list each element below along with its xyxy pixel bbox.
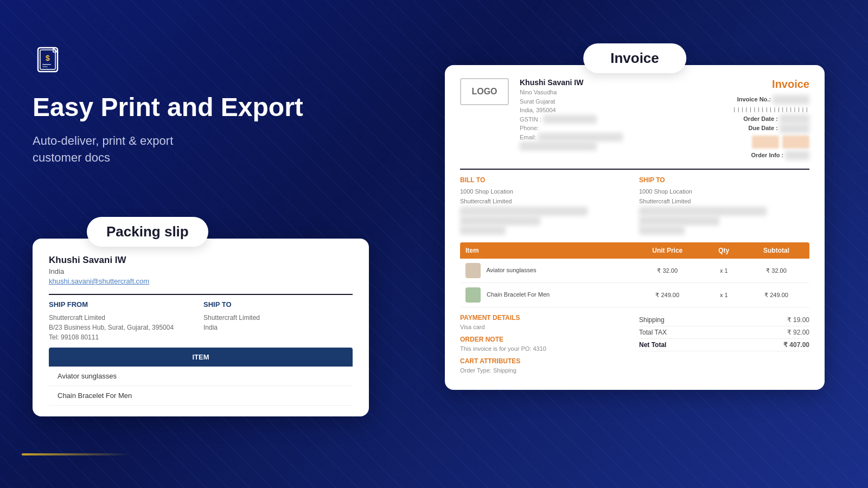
inv-email-value[interactable]: khushi.savani@shuttercraft.com <box>538 134 623 140</box>
table-row: Chain Bracelet For Men ₹ 249.00 x 1 ₹ 24… <box>460 283 809 307</box>
ship-line4: khushi.savani@shuttercraft.co <box>639 216 809 226</box>
total-tax-label: Total TAX <box>639 329 667 336</box>
inv-gstin: GSTIN : 24AAACS1234F1Z5 <box>520 115 662 124</box>
ps-ship-to-line1: Shuttercraft Limited <box>203 313 353 323</box>
item-1-subtotal: ₹ 32.00 <box>743 259 809 283</box>
invoice-company-info: Khushi Savani IW Nino Vasudha Surat Guja… <box>520 78 662 151</box>
bill-line5: Tel: 99108 80111 <box>460 226 630 235</box>
ps-ship-to-title: SHIP TO <box>203 300 353 309</box>
net-total-row: Net Total ₹ 407.00 <box>639 339 809 351</box>
hero-title: Easy Print and Export <box>33 92 347 122</box>
svg-text:$: $ <box>46 54 50 62</box>
ship-line1: 1000 Shop Location <box>639 187 809 197</box>
svg-rect-3 <box>42 64 51 65</box>
shipping-row: Shipping ₹ 19.00 <box>639 314 809 326</box>
ps-item-1: Aviator sunglasses <box>49 367 353 386</box>
inv-phone-label: Phone: <box>520 125 539 131</box>
inv-gstin-label: GSTIN : <box>520 116 541 123</box>
total-tax-value: ₹ 92.00 <box>787 329 809 336</box>
item-1-label: Aviator sunglasses <box>486 267 536 273</box>
inv-thumb-boxes <box>667 136 809 149</box>
item-2-subtotal: ₹ 249.00 <box>743 283 809 307</box>
inv-company-name: Khushi Savani IW <box>520 78 662 87</box>
inv-due-date: Due Date : 08/08/2024 <box>667 124 809 133</box>
invoice-totals: Shipping ₹ 19.00 Total TAX ₹ 92.00 Net T… <box>639 314 809 379</box>
ps-ship-from-line1: Shuttercraft Limited <box>49 313 198 323</box>
bill-line2: Shuttercraft Limited <box>460 197 630 207</box>
ps-ship-from: SHIP FROM Shuttercraft Limited B/23 Busi… <box>49 300 198 342</box>
item-1-name: Aviator sunglasses <box>460 259 630 283</box>
inv-email: Email: khushi.savani@shuttercraft.com <box>520 133 662 142</box>
packing-slip-label: Packing slip <box>87 217 208 247</box>
bill-ship-section: BILL TO 1000 Shop Location Shuttercraft … <box>460 176 809 235</box>
inv-line2: Surat Gujarat <box>520 97 662 106</box>
inv-phone: Phone: <box>520 124 662 133</box>
net-total-label: Net Total <box>639 341 666 349</box>
item-1-thumb <box>465 263 481 278</box>
inv-divider <box>460 169 809 170</box>
item-2-name: Chain Bracelet For Men <box>460 283 630 307</box>
ps-ship-from-line3: Tel: 99108 80111 <box>49 332 198 342</box>
inv-invoice-no: Invoice No.: INV-2024-001 <box>667 95 809 105</box>
packing-slip-card: Khushi Savani IW India khushi.savani@shu… <box>33 239 369 416</box>
left-panel: $ Easy Print and Export Auto-deliver, pr… <box>33 43 347 194</box>
ps-ship-to-line2: India <box>203 323 353 332</box>
ship-to: SHIP TO 1000 Shop Location Shuttercraft … <box>639 176 809 235</box>
inv-title: Invoice <box>667 78 809 91</box>
order-note-title: ORDER NOTE <box>460 336 630 343</box>
bill-to-title: BILL TO <box>460 176 630 184</box>
hero-subtitle: Auto-deliver, print & export customer do… <box>33 133 347 166</box>
app-logo: $ <box>33 43 65 76</box>
cart-attributes-title: CART ATTRIBUTES <box>460 357 630 365</box>
ship-line5: Tel: 99108 80111 <box>639 226 809 235</box>
invoice-section: Invoice LOGO Khushi Savani IW Nino Vasud… <box>445 43 825 390</box>
total-tax-row: Total TAX ₹ 92.00 <box>639 326 809 339</box>
order-note-value: This invoice is for your PO: 4310 <box>460 345 630 352</box>
invoice-card: LOGO Khushi Savani IW Nino Vasudha Surat… <box>445 65 825 390</box>
payment-details-title: PAYMENT DETAILS <box>460 314 630 322</box>
bill-to: BILL TO 1000 Shop Location Shuttercraft … <box>460 176 630 235</box>
invoice-logo: LOGO <box>460 78 509 105</box>
ps-company-name: Khushi Savani IW <box>49 255 353 266</box>
net-total-value: ₹ 407.00 <box>783 341 809 349</box>
ship-to-title: SHIP TO <box>639 176 809 184</box>
inv-line1: Nino Vasudha <box>520 88 662 97</box>
invoice-items-table: Item Unit Price Qty Subtotal Aviator sun… <box>460 242 809 307</box>
bill-line3: B/23 Business Hub, Surat, Gujarat 395004… <box>460 207 630 216</box>
inv-barcode: ||||||||||||||||||| <box>667 107 809 112</box>
th-item: Item <box>460 242 630 259</box>
invoice-bottom: PAYMENT DETAILS Visa card ORDER NOTE Thi… <box>460 314 809 379</box>
invoice-label: Invoice <box>583 43 686 73</box>
ps-columns: SHIP FROM Shuttercraft Limited B/23 Busi… <box>49 300 353 342</box>
packing-slip-section: Packing slip Khushi Savani IW India khus… <box>33 217 369 416</box>
bill-line1: 1000 Shop Location <box>460 187 630 197</box>
payment-details-value: Visa card <box>460 324 630 330</box>
ps-item-2: Chain Bracelet For Men <box>49 386 353 406</box>
inv-gstin-value: 24AAACS1234F1Z5 <box>543 115 597 124</box>
ps-email: khushi.savani@shuttercraft.com <box>49 277 353 285</box>
table-row: Aviator sunglasses ₹ 32.00 x 1 ₹ 32.00 <box>460 259 809 283</box>
bill-line4: khushi.savani@shuttercraft.co <box>460 216 630 226</box>
inv-line3: India, 395004 <box>520 106 662 115</box>
inv-order-info: Order Info : Standard <box>667 151 809 160</box>
item-1-price: ₹ 32.00 <box>630 259 704 283</box>
item-2-price: ₹ 249.00 <box>630 283 704 307</box>
ps-ship-from-line2: B/23 Business Hub, Surat, Gujarat, 39500… <box>49 323 198 332</box>
inv-order-date: Order Date : 08/08/2024 <box>667 114 809 124</box>
ship-line3: B/23 Business Hub, Surat, Gujarat 395004… <box>639 207 809 216</box>
th-subtotal: Subtotal <box>743 242 809 259</box>
svg-rect-4 <box>42 66 48 67</box>
shipping-label: Shipping <box>639 316 665 324</box>
ps-ship-from-title: SHIP FROM <box>49 300 198 309</box>
invoice-right-meta: Invoice Invoice No.: INV-2024-001 ||||||… <box>667 78 809 160</box>
shipping-value: ₹ 19.00 <box>787 316 809 324</box>
invoice-left-bottom: PAYMENT DETAILS Visa card ORDER NOTE Thi… <box>460 314 630 379</box>
th-qty: Qty <box>704 242 743 259</box>
inv-website: khushi.savani.myshopify.com <box>520 142 662 151</box>
item-1-qty: x 1 <box>704 259 743 283</box>
inv-invoice-no-value: INV-2024-001 <box>773 95 809 105</box>
ship-line2: Shuttercraft Limited <box>639 197 809 207</box>
inv-email-label: Email: <box>520 134 537 140</box>
item-2-qty: x 1 <box>704 283 743 307</box>
item-2-thumb <box>465 287 481 303</box>
